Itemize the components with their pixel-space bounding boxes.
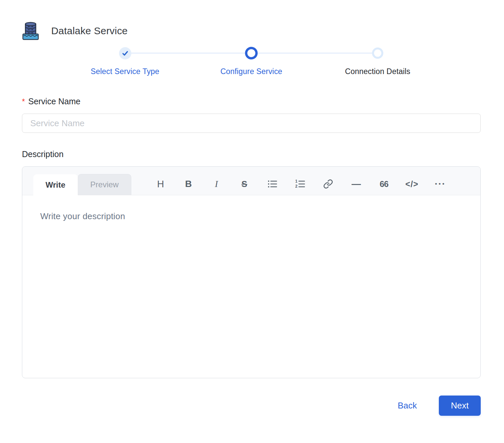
quote-icon[interactable]: 66	[379, 178, 389, 190]
step-connection-details: Connection Details	[315, 46, 441, 76]
step-label: Configure Service	[220, 67, 282, 76]
editor-format-toolbar: H B I S 1 2	[147, 178, 454, 195]
svg-text:1: 1	[295, 179, 298, 184]
description-textarea[interactable]: Write your description	[22, 195, 480, 378]
step-pending-dot	[372, 47, 383, 59]
step-label: Select Service Type	[91, 67, 160, 76]
more-icon[interactable]: •••	[435, 178, 445, 190]
description-placeholder: Write your description	[40, 211, 462, 222]
footer-actions: Back Next	[22, 396, 481, 416]
link-icon[interactable]	[323, 178, 333, 190]
step-active-dot	[245, 47, 258, 59]
italic-icon[interactable]: I	[211, 178, 221, 190]
next-button[interactable]: Next	[439, 396, 481, 416]
editor-tabs: Write Preview	[33, 167, 131, 195]
code-icon[interactable]: </>	[407, 178, 417, 190]
strikethrough-icon[interactable]: S	[239, 178, 249, 190]
ordered-list-icon[interactable]: 1 2	[295, 178, 305, 190]
step-completed-dot	[119, 47, 131, 59]
bold-icon[interactable]: B	[184, 178, 193, 190]
stepper: Select Service Type Configure Service Co…	[62, 46, 441, 76]
horizontal-rule-icon[interactable]: —	[351, 178, 361, 190]
svg-text:2: 2	[295, 184, 298, 189]
editor-toolbar-header: Write Preview H B I S	[22, 167, 480, 195]
service-name-input[interactable]	[22, 114, 481, 133]
heading-icon[interactable]: H	[156, 178, 166, 190]
service-name-label: Service Name	[28, 97, 80, 106]
description-editor: Write Preview H B I S	[22, 166, 481, 378]
configure-service-page: Datalake Service Select Service Type Con…	[0, 0, 504, 416]
check-icon	[122, 50, 129, 57]
page-header: Datalake Service	[22, 21, 481, 41]
page-title: Datalake Service	[51, 25, 128, 37]
back-button[interactable]: Back	[398, 400, 417, 411]
required-asterisk: *	[22, 97, 25, 106]
datalake-icon	[22, 21, 39, 41]
description-label: Description	[22, 149, 481, 159]
step-configure-service: Configure Service	[188, 46, 315, 76]
tab-preview[interactable]: Preview	[78, 174, 131, 195]
tab-write[interactable]: Write	[33, 174, 78, 195]
unordered-list-icon[interactable]	[267, 178, 277, 190]
service-name-label-row: *Service Name	[22, 97, 481, 106]
step-select-service-type: Select Service Type	[62, 46, 188, 76]
step-label: Connection Details	[345, 67, 411, 76]
